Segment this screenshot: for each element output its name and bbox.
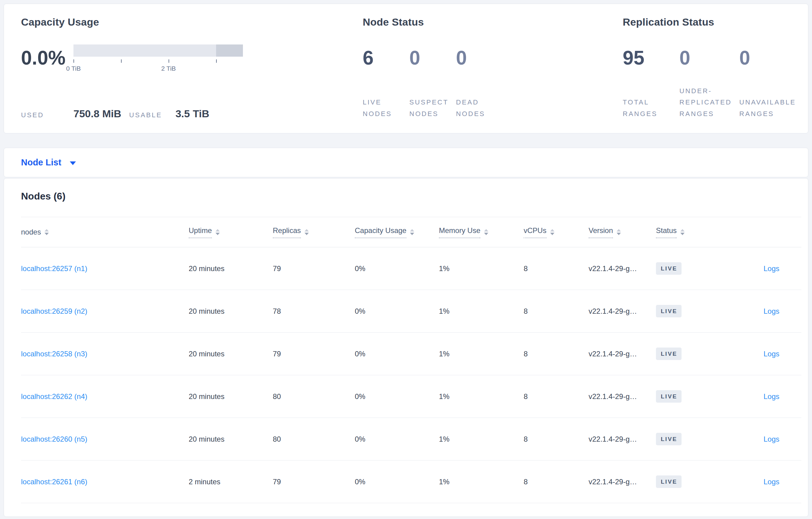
stat-label: TOTAL RANGES xyxy=(623,96,668,120)
uptime-cell: 2 minutes xyxy=(189,478,273,486)
sort-icon[interactable] xyxy=(617,229,621,235)
capacity-tick-mark xyxy=(74,59,74,63)
column-header-label[interactable]: vCPUs xyxy=(524,226,547,238)
memory-value: 1% xyxy=(439,350,450,358)
tick-label-2tib: 2 TiB xyxy=(161,65,176,72)
node-list-dropdown[interactable]: Node List xyxy=(21,157,61,167)
column-header-label[interactable]: Replicas xyxy=(273,226,301,238)
capacity-bar-segment xyxy=(216,44,243,57)
uptime-cell: 20 minutes xyxy=(189,435,273,444)
logs-link[interactable]: Logs xyxy=(763,307,779,315)
capacity-value: 0% xyxy=(355,435,366,443)
logs-link[interactable]: Logs xyxy=(763,392,779,400)
stat-label: SUSPECT NODES xyxy=(409,96,450,120)
capacity-bar-track xyxy=(74,44,243,57)
usable-label: USABLE xyxy=(129,111,162,119)
capacity-value: 0% xyxy=(355,350,366,358)
capacity-tick-mark xyxy=(169,59,169,63)
logs-link[interactable]: Logs xyxy=(763,350,779,358)
vcpus-value: 8 xyxy=(524,392,528,400)
memory-value: 1% xyxy=(439,392,450,400)
node-address-cell: localhost:26259 (n2) xyxy=(21,307,189,315)
version-cell: v22.1.4-29-g… xyxy=(588,392,656,401)
summary-stat: 6LIVE NODES xyxy=(363,44,409,120)
replicas-cell: 80 xyxy=(273,435,355,444)
column-header-replicas: Replicas xyxy=(273,226,355,238)
status-cell: LIVE xyxy=(656,433,723,445)
vcpus-cell: 8 xyxy=(524,435,588,444)
nodes-table: nodesUptimeReplicasCapacity UsageMemory … xyxy=(21,217,801,503)
summary-stat: 0DEAD NODES xyxy=(456,44,503,120)
stat-label: UNDER-REPLICATED RANGES xyxy=(679,85,732,120)
sort-icon[interactable] xyxy=(410,229,414,235)
version-cell: v22.1.4-29-g… xyxy=(588,435,656,444)
column-header-memory: Memory Use xyxy=(439,226,524,238)
summary-stat: 0UNAVAILABLE RANGES xyxy=(740,44,805,120)
status-badge: LIVE xyxy=(656,390,682,403)
nodes-table-title: Nodes (6) xyxy=(21,191,801,202)
view-selector-bar[interactable]: Node List xyxy=(4,148,808,177)
column-header-address: nodes xyxy=(21,228,189,236)
memory-value: 1% xyxy=(439,478,450,486)
vcpus-value: 8 xyxy=(524,350,528,358)
vcpus-cell: 8 xyxy=(524,307,588,315)
node-link[interactable]: localhost:26260 (n5) xyxy=(21,435,87,443)
table-row: localhost:26258 (n3)20 minutes790%1%8v22… xyxy=(21,333,801,375)
cluster-overview-page: Capacity Usage 0.0% 0 TiB 2 TiB xyxy=(0,4,812,517)
replicas-cell: 79 xyxy=(273,350,355,358)
capacity-tick-mark xyxy=(121,59,122,63)
stat-label: LIVE NODES xyxy=(363,96,403,120)
tick-label-0tib: 0 TiB xyxy=(66,65,81,72)
node-link[interactable]: localhost:26258 (n3) xyxy=(21,350,87,358)
column-header-label[interactable]: Capacity Usage xyxy=(355,226,406,238)
memory-cell: 1% xyxy=(439,392,524,401)
column-header-label[interactable]: Version xyxy=(588,226,613,238)
status-cell: LIVE xyxy=(656,347,723,360)
uptime-value: 2 minutes xyxy=(189,478,221,486)
sort-icon[interactable] xyxy=(484,229,488,235)
sort-icon[interactable] xyxy=(215,229,220,235)
stat-value: 95 xyxy=(623,48,679,68)
logs-link[interactable]: Logs xyxy=(763,435,779,443)
uptime-cell: 20 minutes xyxy=(189,392,273,401)
uptime-value: 20 minutes xyxy=(189,392,224,400)
replicas-value: 79 xyxy=(273,264,281,273)
logs-link[interactable]: Logs xyxy=(763,478,779,486)
status-badge: LIVE xyxy=(656,433,682,445)
node-link[interactable]: localhost:26257 (n1) xyxy=(21,264,87,273)
capacity-bar-tick-labels: 0 TiB 2 TiB xyxy=(74,65,243,73)
sort-icon[interactable] xyxy=(304,229,309,235)
logs-cell: Logs xyxy=(723,392,801,401)
node-link[interactable]: localhost:26262 (n4) xyxy=(21,392,87,400)
sort-icon[interactable] xyxy=(45,229,49,235)
node-address-cell: localhost:26261 (n6) xyxy=(21,478,189,486)
column-header-label[interactable]: Status xyxy=(656,226,677,238)
logs-cell: Logs xyxy=(723,307,801,315)
chevron-down-icon[interactable] xyxy=(70,161,76,165)
capacity-cell: 0% xyxy=(355,392,439,401)
stat-value: 0 xyxy=(740,48,805,68)
column-header-label[interactable]: nodes xyxy=(21,228,41,236)
memory-cell: 1% xyxy=(439,307,524,315)
vcpus-value: 8 xyxy=(524,478,528,486)
column-header-label[interactable]: Memory Use xyxy=(439,226,481,238)
column-header-label[interactable]: Uptime xyxy=(189,226,212,238)
stat-value: 6 xyxy=(363,48,409,68)
node-link[interactable]: localhost:26259 (n2) xyxy=(21,307,87,315)
table-body: localhost:26257 (n1)20 minutes790%1%8v22… xyxy=(21,247,801,503)
uptime-value: 20 minutes xyxy=(189,264,224,273)
sort-icon[interactable] xyxy=(680,229,685,235)
logs-cell: Logs xyxy=(723,435,801,444)
logs-link[interactable]: Logs xyxy=(763,264,779,273)
uptime-cell: 20 minutes xyxy=(189,350,273,358)
memory-cell: 1% xyxy=(439,435,524,444)
node-link[interactable]: localhost:26261 (n6) xyxy=(21,478,87,486)
uptime-cell: 20 minutes xyxy=(189,264,273,273)
node-status-stats: 6LIVE NODES0SUSPECT NODES0DEAD NODES xyxy=(363,44,623,120)
version-cell: v22.1.4-29-g… xyxy=(588,350,656,358)
capacity-cell: 0% xyxy=(355,350,439,358)
sort-icon[interactable] xyxy=(550,229,554,235)
replicas-value: 80 xyxy=(273,435,281,443)
capacity-cell: 0% xyxy=(355,264,439,273)
version-cell: v22.1.4-29-g… xyxy=(588,307,656,315)
